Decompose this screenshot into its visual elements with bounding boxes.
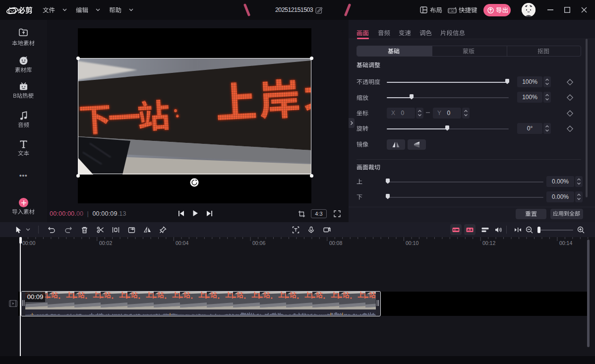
svg-text:00:04: 00:04: [176, 240, 188, 246]
svg-text:00:08: 00:08: [329, 240, 342, 246]
svg-text:00:10: 00:10: [406, 240, 418, 246]
svg-text:00:14: 00:14: [559, 240, 572, 246]
svg-text:00:02: 00:02: [99, 240, 112, 246]
svg-text:00:06: 00:06: [252, 240, 265, 246]
svg-text:00:00: 00:00: [22, 240, 35, 246]
svg-text:00:12: 00:12: [482, 240, 495, 246]
